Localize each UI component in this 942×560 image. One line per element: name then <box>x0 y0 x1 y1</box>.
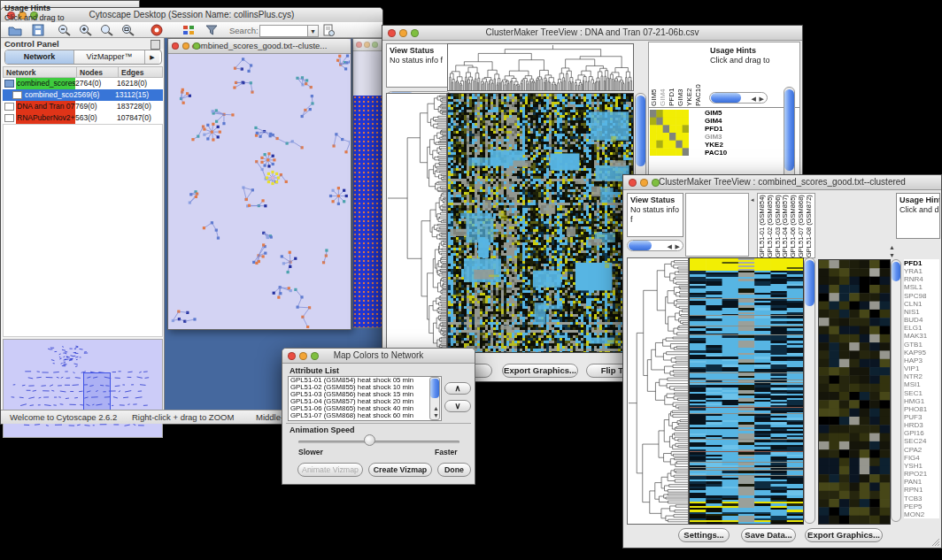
vizmap-icon[interactable] <box>181 24 196 36</box>
close-button[interactable] <box>172 42 179 50</box>
scrollbar-thumb[interactable] <box>784 89 794 171</box>
network-table-row[interactable]: combined_scores_2764(0)16218(0) <box>3 78 163 89</box>
gene-label: HMG1 <box>904 397 939 405</box>
attribute-list[interactable]: GPL51-01 (GSM854) heat shock 05 minGPL51… <box>288 376 442 421</box>
minimize-button[interactable] <box>299 352 307 360</box>
column-dendrogram-canvas[interactable] <box>447 43 634 91</box>
network-table-row[interactable]: RNAPuberNov2+563(0)107847(0) <box>3 112 163 124</box>
network-canvas[interactable] <box>169 54 350 328</box>
h-scrollbar[interactable]: ◀ ▶ <box>627 240 683 251</box>
column-dendrogram-area[interactable] <box>685 193 749 257</box>
v-scrollbar[interactable] <box>891 259 901 522</box>
gene-label: SEC24 <box>904 437 939 445</box>
scroll-up-icon[interactable]: ▲ <box>433 405 439 411</box>
scrollbar-thumb[interactable] <box>805 260 815 306</box>
save-icon[interactable] <box>31 24 45 36</box>
speed-slider-thumb[interactable] <box>364 434 375 446</box>
open-file-icon[interactable] <box>8 24 22 36</box>
attribute-item[interactable]: GPL51-07 (GSM868) heat shock 60 min <box>289 412 441 419</box>
move-down-button[interactable]: ∨ <box>444 400 471 412</box>
scroll-left-icon[interactable]: ◂ <box>751 196 754 203</box>
zoom-button[interactable] <box>652 179 660 187</box>
zoom-button[interactable] <box>411 29 419 37</box>
float-panel-icon[interactable] <box>151 40 160 50</box>
close-button[interactable] <box>629 179 637 187</box>
save-data-button[interactable]: Save Data... <box>741 528 796 542</box>
animate-vizmap-button[interactable]: Animate Vizmap <box>297 463 363 477</box>
done-button[interactable]: Done <box>437 463 471 477</box>
gene-label: CLN1 <box>904 300 939 308</box>
zoom-button[interactable] <box>372 42 378 48</box>
settings-button[interactable]: Settings... <box>678 528 730 542</box>
network-window-background[interactable] <box>352 38 382 328</box>
close-button[interactable] <box>356 42 362 48</box>
search-input[interactable] <box>259 25 309 37</box>
scrollbar-thumb[interactable] <box>636 96 645 166</box>
export-graphics-button[interactable]: Export Graphics... <box>502 364 578 378</box>
search-label: Search: <box>229 26 259 35</box>
search-dropdown-button[interactable]: ▼ <box>307 25 319 37</box>
zoom-button[interactable] <box>311 352 319 360</box>
h-scrollbar[interactable]: ◀ ▶ <box>709 92 768 104</box>
heatmap-canvas-dna[interactable] <box>447 93 634 353</box>
create-vizmap-button[interactable]: Create Vizmap <box>368 463 432 477</box>
zoom-in-icon[interactable] <box>79 24 93 36</box>
minimize-button[interactable] <box>364 42 370 48</box>
col-edges[interactable]: Edges <box>119 66 163 78</box>
move-up-button[interactable]: ∧ <box>444 382 471 395</box>
tab-overflow-arrow[interactable]: ▶ <box>145 50 159 64</box>
scroll-left-icon[interactable]: ◀ <box>752 96 756 102</box>
gene-label: PFD1 <box>705 125 740 133</box>
zoom-fit-icon[interactable] <box>121 24 135 36</box>
treeview-combined-titlebar[interactable]: ClusterMaker TreeView : combined_scores_… <box>623 175 941 190</box>
dense-network-grid[interactable] <box>353 96 382 327</box>
background-window-titlebar[interactable] <box>353 39 382 51</box>
heatmap-canvas-combined[interactable] <box>689 257 804 525</box>
zoom-out-icon[interactable] <box>58 24 72 36</box>
dialog-titlebar[interactable]: Map Colors to Network <box>282 349 475 364</box>
network-table-row[interactable]: DNA and Tran 07769(0)183728(0) <box>3 101 163 112</box>
help-lifering-icon[interactable] <box>150 24 164 36</box>
zoom-selected-icon[interactable] <box>100 24 114 36</box>
speed-slider-track[interactable] <box>298 441 459 443</box>
network-window-titlebar[interactable]: combined_scores_good.txt--cluste... <box>168 39 351 54</box>
v-scrollbar[interactable]: ▲ ▼ <box>429 377 440 420</box>
correlation-matrix-canvas[interactable] <box>650 110 689 156</box>
close-button[interactable] <box>388 29 396 37</box>
gene-label: FIG4 <box>904 454 939 462</box>
filter-icon[interactable] <box>205 24 219 36</box>
window-title: ClusterMaker TreeView : DNA and Tran 07-… <box>485 27 699 37</box>
scroll-left-icon[interactable]: ◀ <box>668 243 672 249</box>
zoom-heatmap-canvas[interactable] <box>818 259 891 525</box>
row-dendrogram-canvas[interactable] <box>627 257 689 525</box>
network-view-window[interactable]: combined_scores_good.txt--cluste... <box>167 38 351 330</box>
resize-grip[interactable] <box>930 537 940 547</box>
minimize-button[interactable] <box>640 179 648 187</box>
scroll-up-icon[interactable]: ▲ <box>889 244 895 250</box>
zoom-button[interactable] <box>193 42 200 50</box>
minimize-button[interactable] <box>399 29 407 37</box>
scrollbar-thumb[interactable] <box>629 241 652 250</box>
tab-vizmapper[interactable]: VizMapper™ <box>74 50 145 64</box>
col-network[interactable]: Network <box>3 66 77 78</box>
scroll-down-icon[interactable]: ▼ <box>889 252 895 258</box>
scroll-right-icon[interactable]: ▶ <box>760 96 764 102</box>
tab-network[interactable]: Network <box>5 50 74 64</box>
viewport-rectangle[interactable] <box>83 372 111 411</box>
v-scrollbar[interactable] <box>804 257 815 524</box>
array-label: GPL51-02 (GSM855) <box>766 194 774 257</box>
window-title: Cytoscape Desktop (Session Name: collins… <box>89 10 295 19</box>
scrollbar-thumb[interactable] <box>430 379 439 398</box>
export-graphics-button[interactable]: Export Graphics... <box>805 528 883 542</box>
scrollbar-thumb[interactable] <box>711 93 741 103</box>
close-button[interactable] <box>288 352 296 360</box>
import-attributes-icon[interactable] <box>321 24 336 36</box>
treeview-dna-titlebar[interactable]: ClusterMaker TreeView : DNA and Tran 07-… <box>382 26 802 41</box>
scroll-down-icon[interactable]: ▼ <box>433 412 439 418</box>
row-dendrogram-canvas[interactable] <box>386 93 447 353</box>
scrollbar-thumb[interactable] <box>892 262 900 281</box>
scroll-right-icon[interactable]: ▶ <box>676 243 680 249</box>
network-table-row[interactable]: combined_sco2569(6)13112(15) <box>3 89 163 101</box>
col-nodes[interactable]: Nodes <box>77 66 119 78</box>
minimize-button[interactable] <box>182 42 189 50</box>
